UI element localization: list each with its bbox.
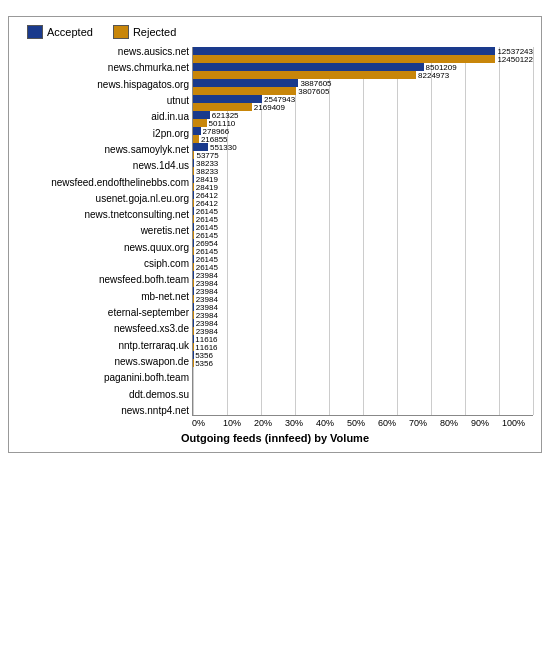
bar-row: 2614526145 — [193, 207, 533, 223]
x-tick-label: 20% — [254, 418, 285, 428]
bar-row: 621325501110 — [193, 111, 533, 127]
legend-rejected-label: Rejected — [133, 26, 176, 38]
rejected-bar — [193, 199, 194, 207]
rejected-bar — [193, 135, 199, 143]
accepted-bar — [193, 95, 262, 103]
y-axis-label: news.hispagatos.org — [17, 80, 189, 90]
bar-row: 3823338233 — [193, 159, 533, 175]
chart-title: Outgoing feeds (innfeed) by Volume — [17, 432, 533, 444]
accepted-bar — [193, 239, 194, 247]
bar-row: 2614526145 — [193, 223, 533, 239]
rejected-bar — [193, 151, 194, 159]
x-tick-label: 60% — [378, 418, 409, 428]
bar-row: 85012098224973 — [193, 63, 533, 79]
y-axis-label: csiph.com — [17, 259, 189, 269]
bar-row — [193, 399, 533, 415]
x-tick-label: 10% — [223, 418, 254, 428]
y-axis-label: news.1d4.us — [17, 161, 189, 171]
legend-accepted-box — [27, 25, 43, 39]
bar-row: 53565356 — [193, 351, 533, 367]
y-axis-labels: news.ausics.netnews.chmurka.netnews.hisp… — [17, 47, 192, 416]
y-axis-label: news.swapon.de — [17, 357, 189, 367]
accepted-bar — [193, 159, 194, 167]
bar-row: 38876053807605 — [193, 79, 533, 95]
legend-rejected-box — [113, 25, 129, 39]
rejected-bar — [193, 231, 194, 239]
chart-legend: Accepted Rejected — [27, 25, 533, 39]
rejected-bar — [193, 279, 194, 287]
accepted-bar — [193, 63, 424, 71]
bar-row: 2695426145 — [193, 239, 533, 255]
bar-row: 1253724312450122 — [193, 47, 533, 63]
y-axis-label: news.nntp4.net — [17, 406, 189, 416]
rejected-bar — [193, 295, 194, 303]
x-tick-label: 80% — [440, 418, 471, 428]
y-axis-label: weretis.net — [17, 226, 189, 236]
bar-row: 2398423984 — [193, 319, 533, 335]
accepted-bar — [193, 207, 194, 215]
y-axis-label: newsfeed.bofh.team — [17, 275, 189, 285]
x-tick-label: 70% — [409, 418, 440, 428]
rejected-bar — [193, 215, 194, 223]
y-axis-label: usenet.goja.nl.eu.org — [17, 194, 189, 204]
bar-row: 2641226412 — [193, 191, 533, 207]
y-axis-label: newsfeed.xs3.de — [17, 324, 189, 334]
y-axis-label: news.ausics.net — [17, 47, 189, 57]
y-axis-label: eternal-september — [17, 308, 189, 318]
accepted-bar — [193, 111, 210, 119]
bar-row — [193, 367, 533, 383]
bar-row: 1161611616 — [193, 335, 533, 351]
x-tick-label: 90% — [471, 418, 502, 428]
bar-row — [193, 383, 533, 399]
x-tick-label: 100% — [502, 418, 533, 428]
accepted-bar — [193, 223, 194, 231]
accepted-bar — [193, 47, 495, 55]
bar-row: 2398423984 — [193, 271, 533, 287]
y-axis-label: aid.in.ua — [17, 112, 189, 122]
legend-rejected: Rejected — [113, 25, 176, 39]
accepted-bar — [193, 287, 194, 295]
y-axis-label: i2pn.org — [17, 129, 189, 139]
accepted-bar — [193, 271, 194, 279]
y-axis-label: news.samoylyk.net — [17, 145, 189, 155]
bars-area: 1253724312450122850120982249733887605380… — [192, 47, 533, 416]
x-tick-label: 0% — [192, 418, 223, 428]
y-axis-label: newsfeed.endofthelinebbs.com — [17, 178, 189, 188]
rejected-bar — [193, 247, 194, 255]
accepted-bar — [193, 303, 194, 311]
y-axis-label: mb-net.net — [17, 292, 189, 302]
y-axis-label: nntp.terraraq.uk — [17, 341, 189, 351]
x-tick-label: 30% — [285, 418, 316, 428]
accepted-bar — [193, 191, 194, 199]
accepted-bar — [193, 143, 208, 151]
bar-row: 2841928419 — [193, 175, 533, 191]
y-axis-label: paganini.bofh.team — [17, 373, 189, 383]
y-axis-label: utnut — [17, 96, 189, 106]
rejected-bar — [193, 263, 194, 271]
rejected-bar — [193, 183, 194, 191]
rejected-bar — [193, 311, 194, 319]
rejected-bar — [193, 167, 194, 175]
accepted-bar — [193, 319, 194, 327]
bar-row: 25479432169409 — [193, 95, 533, 111]
y-axis-label: news.quux.org — [17, 243, 189, 253]
x-tick-label: 40% — [316, 418, 347, 428]
legend-accepted: Accepted — [27, 25, 93, 39]
accepted-bar — [193, 127, 201, 135]
legend-accepted-label: Accepted — [47, 26, 93, 38]
y-axis-label: ddt.demos.su — [17, 390, 189, 400]
bar-row: 55133053775 — [193, 143, 533, 159]
accepted-bar — [193, 175, 194, 183]
bar-row: 2614526145 — [193, 255, 533, 271]
y-axis-label: news.chmurka.net — [17, 63, 189, 73]
bar-row: 2398423984 — [193, 287, 533, 303]
bar-row: 278966216855 — [193, 127, 533, 143]
accepted-bar — [193, 79, 298, 87]
x-tick-label: 50% — [347, 418, 378, 428]
y-axis-label: news.tnetconsulting.net — [17, 210, 189, 220]
grid-line — [533, 47, 534, 415]
accepted-bar — [193, 255, 194, 263]
chart-area: news.ausics.netnews.chmurka.netnews.hisp… — [17, 47, 533, 416]
rejected-bar — [193, 327, 194, 335]
x-axis-labels: 0%10%20%30%40%50%60%70%80%90%100% — [192, 418, 533, 428]
